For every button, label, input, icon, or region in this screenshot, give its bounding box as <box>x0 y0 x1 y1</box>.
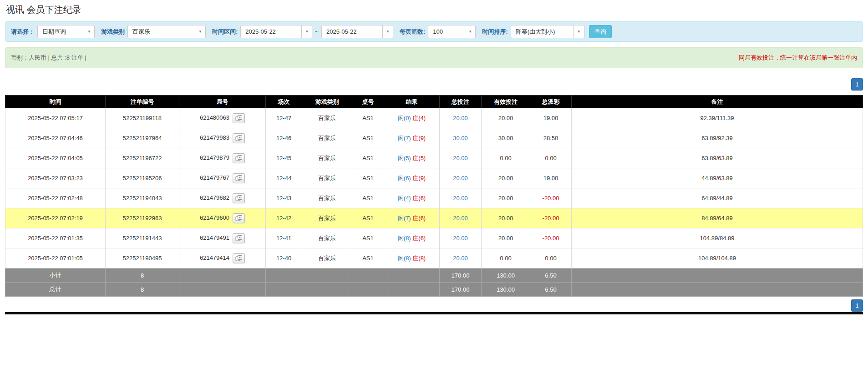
table-row: 2025-05-22 07:01:35522521191443621479491… <box>5 228 863 248</box>
round-replay-button[interactable] <box>233 213 245 223</box>
cell-payout: 0.00 <box>530 248 572 268</box>
cards-replay-icon <box>235 115 243 121</box>
column-header-3: 场次 <box>266 96 302 108</box>
footer-empty <box>384 268 440 283</box>
chevron-down-icon: ▼ <box>84 25 94 38</box>
cell-valid-bet: 20.00 <box>482 168 530 188</box>
cards-replay-icon <box>235 255 243 261</box>
cell-valid-bet: 20.00 <box>482 188 530 208</box>
game-type-select[interactable]: 百家乐 ▼ <box>127 25 206 38</box>
column-header-8: 有效投注 <box>482 96 530 108</box>
cell-total-bet: 20.00 <box>440 168 482 188</box>
cell-table-no: AS1 <box>352 128 384 148</box>
round-replay-button[interactable] <box>233 173 245 183</box>
chevron-down-icon: ▼ <box>382 25 393 38</box>
cell-result: 闲(7) 庄(9) <box>384 128 440 148</box>
round-replay-button[interactable] <box>233 253 245 263</box>
cell-total-bet: 20.00 <box>440 208 482 228</box>
round-replay-button[interactable] <box>233 193 245 203</box>
bet-records-table: 时间注单编号局号场次游戏类别桌号结果总投注有效投注总派彩备注 2025-05-2… <box>5 95 863 297</box>
cell-bet-id: 522521192963 <box>106 208 179 228</box>
footer-empty <box>179 268 266 283</box>
cell-bet-id: 522521194043 <box>106 188 179 208</box>
round-replay-button[interactable] <box>233 233 245 243</box>
column-header-4: 游戏类别 <box>302 96 352 108</box>
column-header-9: 总派彩 <box>530 96 572 108</box>
date-from-select[interactable]: 2025-05-22 ▼ <box>240 25 312 38</box>
cell-valid-bet: 20.00 <box>482 228 530 248</box>
search-button[interactable]: 查询 <box>589 25 612 38</box>
cell-session: 12-42 <box>266 208 302 228</box>
round-replay-button[interactable] <box>233 153 245 163</box>
footer-label: 总计 <box>5 283 106 297</box>
round-number: 621479414 <box>200 254 229 261</box>
cell-session: 12-46 <box>266 128 302 148</box>
total-bet-link[interactable]: 20.00 <box>453 175 468 182</box>
cell-payout: 0.00 <box>530 148 572 168</box>
footer-empty <box>302 283 352 297</box>
chevron-down-icon: ▼ <box>465 25 475 38</box>
cell-table-no: AS1 <box>352 188 384 208</box>
round-number: 621479879 <box>200 154 229 161</box>
query-type-label: 请选择： <box>11 28 35 36</box>
cell-bet-id: 522521197964 <box>106 128 179 148</box>
query-type-select[interactable]: 日期查询 ▼ <box>37 25 95 38</box>
cell-session: 12-45 <box>266 148 302 168</box>
total-bet-link[interactable]: 20.00 <box>453 195 468 202</box>
cards-replay-icon <box>235 175 243 181</box>
page: 视讯 会员下注纪录 请选择： 日期查询 ▼ 游戏类别 百家乐 ▼ 时间区间: 2… <box>0 0 868 314</box>
cell-result: 闲(7) 庄(6) <box>384 208 440 228</box>
cell-time: 2025-05-22 07:04:46 <box>5 128 106 148</box>
page-size-select[interactable]: 100 ▼ <box>428 25 476 38</box>
cell-result: 闲(8) 庄(8) <box>384 248 440 268</box>
cell-session: 12-40 <box>266 248 302 268</box>
column-header-6: 结果 <box>384 96 440 108</box>
total-bet-link[interactable]: 20.00 <box>453 235 468 242</box>
cell-valid-bet: 0.00 <box>482 148 530 168</box>
pagination-page-1[interactable]: 1 <box>851 78 863 91</box>
total-bet-link[interactable]: 20.00 <box>453 155 468 162</box>
cell-valid-bet: 20.00 <box>482 108 530 128</box>
cell-note: 104.89/84.89 <box>572 228 863 248</box>
result-banker: 庄(6) <box>412 215 426 222</box>
pagination-page-1-bottom[interactable]: 1 <box>851 299 863 312</box>
result-player: 闲(6) <box>398 175 411 182</box>
total-bet-link[interactable]: 20.00 <box>453 115 468 121</box>
cell-bet-id: 522521191443 <box>106 228 179 248</box>
column-header-2: 局号 <box>179 96 266 108</box>
cell-table-no: AS1 <box>352 168 384 188</box>
round-replay-button[interactable] <box>233 113 245 123</box>
cell-payout: -20.00 <box>530 208 572 228</box>
cell-time: 2025-05-22 07:03:23 <box>5 168 106 188</box>
cell-note: 44.89/63.89 <box>572 168 863 188</box>
footer-count: 8 <box>106 283 179 297</box>
total-bet-link[interactable]: 20.00 <box>453 255 468 262</box>
sort-value: 降幂(由大到小) <box>511 25 574 38</box>
cell-game-type: 百家乐 <box>302 248 352 268</box>
total-bet-link[interactable]: 20.00 <box>453 215 468 222</box>
currency-total-text: 币别：人民币 | 总共 :8 注单 | <box>11 54 86 62</box>
result-banker: 庄(4) <box>412 115 426 121</box>
column-header-7: 总投注 <box>440 96 482 108</box>
sort-label: 时间排序: <box>482 28 508 36</box>
cell-session: 12-43 <box>266 188 302 208</box>
cell-result: 闲(4) 庄(6) <box>384 188 440 208</box>
round-replay-button[interactable] <box>233 133 245 143</box>
cell-time: 2025-05-22 07:01:35 <box>5 228 106 248</box>
sort-select[interactable]: 降幂(由大到小) ▼ <box>511 25 584 38</box>
cell-game-type: 百家乐 <box>302 168 352 188</box>
cell-payout: 28.50 <box>530 128 572 148</box>
cell-result: 闲(8) 庄(6) <box>384 228 440 248</box>
range-separator: ~ <box>315 28 319 35</box>
page-size-value: 100 <box>428 25 465 38</box>
cell-bet-id: 522521190495 <box>106 248 179 268</box>
cell-time: 2025-05-22 07:04:05 <box>5 148 106 168</box>
date-to-select[interactable]: 2025-05-22 ▼ <box>321 25 393 38</box>
total-bet-link[interactable]: 30.00 <box>453 135 468 142</box>
cell-round: 621479879 <box>179 148 266 168</box>
cell-note: 104.89/104.89 <box>572 248 863 268</box>
round-number: 621479767 <box>200 174 229 181</box>
result-banker: 庄(8) <box>412 255 426 262</box>
cell-bet-id: 522521195206 <box>106 168 179 188</box>
cell-session: 12-41 <box>266 228 302 248</box>
